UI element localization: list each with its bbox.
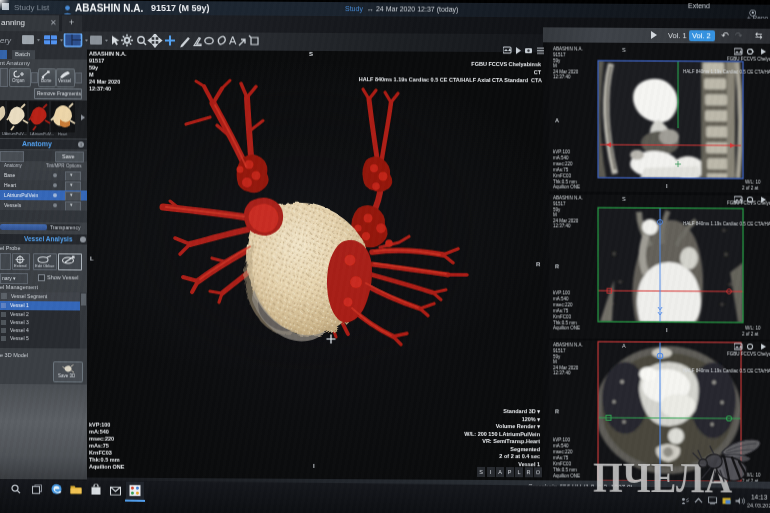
- svg-text:A: A: [229, 35, 237, 47]
